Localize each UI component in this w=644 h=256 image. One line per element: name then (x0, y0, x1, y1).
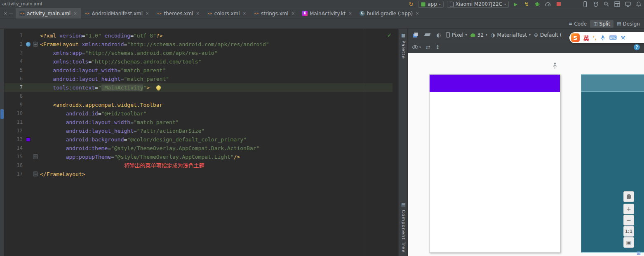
mode-split[interactable]: ◫Split (590, 20, 613, 28)
intention-bulb-icon[interactable] (156, 85, 161, 90)
design-canvas[interactable]: + − 1:1 ▣ ⊞ (408, 53, 644, 256)
code-line-16[interactable]: 将弹出的菜单项指定成为浅色主题 (40, 161, 393, 170)
code-line-4[interactable]: xmlns:tools="http://schemas.android.com/… (40, 57, 393, 66)
device-manager-button[interactable] (581, 0, 589, 8)
ime-language-toggle[interactable]: 英 (583, 34, 589, 42)
device-select[interactable]: Xiaomi M2007J22C ▾ (447, 1, 509, 8)
code-line-11[interactable]: android:layout_width="match_parent" (40, 118, 393, 127)
code-line-3[interactable]: xmlns:app="http://schemas.android.com/ap… (40, 49, 393, 57)
grid-icon[interactable]: ⊞ (637, 250, 641, 256)
ime-punctuation-toggle[interactable]: ’, (593, 35, 597, 41)
app-inspection-button[interactable] (603, 0, 610, 8)
color-preview-gutter-icon[interactable] (26, 137, 31, 142)
chevron-down-icon: ▾ (465, 33, 467, 37)
close-icon[interactable]: × (243, 11, 246, 16)
code-line-9[interactable]: <androidx.appcompat.widget.Toolbar (40, 101, 393, 109)
locale-selector[interactable]: ⊕ Default ( (534, 32, 562, 38)
tab-androidmanifest.xml[interactable]: <>AndroidManifest.xml× (81, 8, 153, 19)
phone-icon (450, 2, 454, 7)
night-mode-button[interactable]: ◐ (435, 31, 443, 39)
tab-mainactivity.kt[interactable]: KMainActivity.kt× (298, 8, 356, 19)
code-line-8[interactable] (40, 92, 393, 101)
inspection-status-icon[interactable]: ✓ (387, 32, 392, 38)
code-line-7[interactable]: tools:context=".MainActivity"> (40, 83, 393, 92)
code-line-6[interactable]: android:layout_height="match_parent" (40, 75, 393, 83)
line-number: 13 (5, 135, 24, 144)
code-line-5[interactable]: android:layout_width="match_parent" (40, 66, 393, 75)
design-surface-button[interactable] (411, 31, 420, 39)
swap-horizontal-icon[interactable]: ⇄ (426, 44, 430, 50)
theme-selector[interactable]: ◑ MaterialTest ▾ (491, 32, 531, 38)
file-icon-xml: <> (19, 11, 25, 16)
microphone-icon[interactable] (600, 35, 605, 41)
locale-selector-label: Default ( (540, 32, 562, 38)
close-icon[interactable]: × (146, 11, 149, 16)
code-line-17[interactable]: </FrameLayout> (40, 170, 393, 178)
stop-button[interactable] (555, 0, 562, 8)
tab-activity-main.xml[interactable]: <>activity_main.xml× (16, 8, 81, 19)
tab-build.gradle-app-[interactable]: Gbuild.gradle (:app)× (356, 8, 423, 19)
fold-marker[interactable]: − (33, 171, 38, 176)
tab-label: strings.xml (261, 11, 289, 16)
toolbox-icon[interactable]: ⚒ (620, 35, 625, 41)
eraser-icon (424, 33, 430, 36)
zoom-in-button[interactable]: + (623, 204, 634, 214)
view-options-button[interactable]: ▾ (412, 45, 421, 49)
blueprint-device-preview[interactable] (581, 74, 644, 253)
api-selector[interactable]: 32 ▾ (470, 32, 487, 38)
notifications-button[interactable] (635, 0, 642, 8)
code-line-15[interactable]: app:popupTheme="@style/ThemeOverlay.AppC… (40, 153, 393, 161)
zoom-fit-button[interactable]: ▣ (623, 237, 634, 248)
close-icon[interactable]: × (348, 11, 352, 16)
code-line-10[interactable]: android:id="@+id/toolbar" (40, 109, 393, 118)
design-device-preview[interactable] (429, 74, 560, 253)
code-line-12[interactable]: android:layout_height="?attr/actionBarSi… (40, 127, 393, 135)
keyboard-icon[interactable]: ⌨ (609, 35, 617, 41)
layout-inspector-button[interactable] (613, 0, 621, 8)
code-editor[interactable]: 1234567891011121314151617 <?xml version=… (5, 29, 398, 256)
sogou-logo-icon[interactable]: S (571, 33, 580, 42)
run-button[interactable]: ▶ (512, 0, 519, 8)
close-icon[interactable]: × (291, 11, 295, 16)
blueprint-mode-button[interactable] (423, 31, 431, 39)
close-icon[interactable]: × (73, 11, 77, 16)
fold-marker[interactable]: − (33, 154, 38, 159)
pan-button[interactable] (623, 191, 634, 202)
run-config-select[interactable]: app ▾ (418, 1, 444, 8)
close-icon[interactable]: × (4, 11, 7, 16)
zoom-out-button[interactable]: − (623, 215, 634, 225)
zoom-reset-button[interactable]: 1:1 (623, 226, 634, 237)
mode-code[interactable]: ≡Code (565, 20, 590, 28)
tab-colors.xml[interactable]: <>colors.xml× (203, 8, 250, 19)
profile-button[interactable] (544, 0, 552, 8)
go-to-related-gutter-icon[interactable] (26, 42, 31, 47)
split-mode-icon: ◫ (593, 21, 597, 26)
code-line-2[interactable]: <FrameLayout xmlns:android="http://schem… (40, 40, 393, 49)
logcat-button[interactable] (592, 0, 599, 8)
close-icon[interactable]: × (416, 11, 419, 16)
fold-marker[interactable]: − (33, 42, 38, 47)
component-tree-icon: ▤ (401, 202, 406, 208)
component-tree-tool-button[interactable]: ▤ Component Tree (399, 202, 408, 253)
palette-tool-button[interactable]: ▦ Palette (399, 33, 408, 59)
close-icon[interactable]: × (196, 11, 199, 16)
code-line-1[interactable]: <?xml version="1.0" encoding="utf-8"?> (40, 31, 393, 40)
help-button[interactable]: ? (634, 44, 640, 50)
swap-vertical-icon[interactable]: ↕ (435, 44, 440, 50)
debug-button[interactable] (534, 0, 541, 8)
mode-design[interactable]: ▤Design (613, 20, 643, 28)
android-icon (470, 33, 475, 37)
device-label: Xiaomi M2007J22C (456, 1, 502, 7)
sync-icon[interactable]: ↻ (407, 0, 415, 8)
tool-stripe-indicator[interactable] (0, 109, 4, 119)
minimize-icon[interactable]: — (9, 11, 13, 16)
running-devices-button[interactable] (624, 0, 632, 8)
tab-strings.xml[interactable]: <>strings.xml× (250, 8, 298, 19)
tab-themes.xml[interactable]: <>themes.xml× (153, 8, 203, 19)
code-line-13[interactable]: android:background="@color/design_defaul… (40, 135, 393, 144)
device-selector[interactable]: Pixel ▾ (446, 32, 467, 38)
window-title: activity_main.xml (2, 1, 42, 7)
code-line-14[interactable]: android:theme="@style/ThemeOverlay.AppCo… (40, 144, 393, 153)
apply-changes-button[interactable]: ↯ (523, 0, 530, 8)
tab-label: build.gradle (:app) (367, 11, 413, 16)
